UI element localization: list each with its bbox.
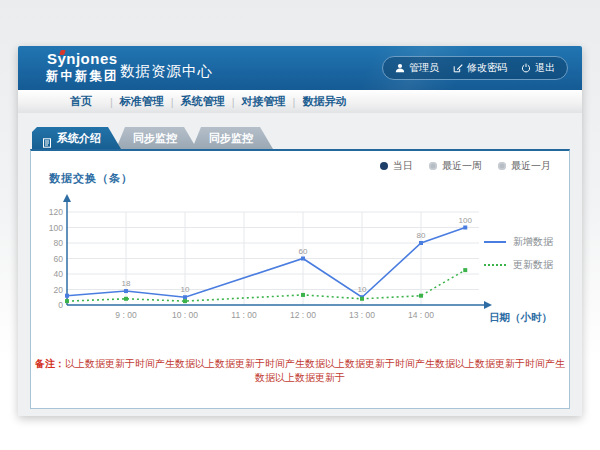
x-axis-title: 日期（小时） xyxy=(489,311,552,325)
user-toolbar: 管理员 修改密码 退出 xyxy=(382,56,568,80)
legend-updated-data: 更新数据 xyxy=(484,258,553,272)
content-area: 系统介绍 同步监控 同步监控 当日 最近一周 最近一月 数据交 xyxy=(18,113,582,416)
nav-item-home[interactable]: 首页 xyxy=(52,94,110,109)
user-icon xyxy=(395,63,405,73)
radio-last-week[interactable]: 最近一周 xyxy=(429,159,482,173)
svg-text:13 : 00: 13 : 00 xyxy=(349,310,375,320)
svg-text:14 : 00: 14 : 00 xyxy=(408,310,434,320)
legend-solid-line-icon xyxy=(484,241,506,243)
svg-text:10 : 00: 10 : 00 xyxy=(172,310,198,320)
nav-item-standard-mgmt[interactable]: 标准管理 xyxy=(113,94,171,109)
svg-text:20: 20 xyxy=(54,285,64,295)
svg-text:60: 60 xyxy=(54,254,64,264)
footnote-label: 备注： xyxy=(35,358,65,369)
tab-system-intro[interactable]: 系统介绍 xyxy=(32,127,121,149)
radio-selected-icon xyxy=(380,162,388,170)
svg-text:60: 60 xyxy=(299,247,308,256)
admin-user-button[interactable]: 管理员 xyxy=(395,61,439,75)
power-icon xyxy=(521,63,531,73)
svg-text:18: 18 xyxy=(122,279,131,288)
chart-wrap: 0204060801001209 : 0010 : 0011 : 0012 : … xyxy=(39,189,499,339)
nav-item-data-change[interactable]: 数据异动 xyxy=(295,94,353,109)
legend-new-data: 新增数据 xyxy=(484,235,553,249)
page-title: 数据资源中心 xyxy=(120,62,213,81)
radio-today[interactable]: 当日 xyxy=(380,159,413,173)
document-icon xyxy=(42,133,52,143)
radio-last-month[interactable]: 最近一月 xyxy=(498,159,551,173)
tab-bar: 系统介绍 同步监控 同步监控 xyxy=(32,127,273,149)
svg-text:9 : 00: 9 : 00 xyxy=(115,310,137,320)
svg-text:40: 40 xyxy=(54,269,64,279)
app-header: Synjones 新中新集团 数据资源中心 管理员 修改密码 xyxy=(18,46,582,90)
logo-text: Synjones xyxy=(46,51,119,68)
svg-text:10: 10 xyxy=(181,285,190,294)
main-nav: 首页 | 标准管理 | 系统管理 | 对接管理 | 数据异动 xyxy=(18,90,582,114)
svg-text:80: 80 xyxy=(54,238,64,248)
svg-text:12 : 00: 12 : 00 xyxy=(290,310,316,320)
app-window: Synjones 新中新集团 数据资源中心 管理员 修改密码 xyxy=(18,46,582,416)
nav-item-interface-mgmt[interactable]: 对接管理 xyxy=(235,94,293,109)
footnote: 备注：以上数据更新于时间产生数据以上数据更新于时间产生数据以上数据更新于时间产生… xyxy=(31,357,569,385)
tab-sync-monitor-2[interactable]: 同步监控 xyxy=(183,127,273,149)
logo-subtext: 新中新集团 xyxy=(46,70,119,84)
chart-panel: 当日 最近一周 最近一月 数据交换（条） 0204060801001209 : … xyxy=(30,149,570,409)
svg-text:0: 0 xyxy=(58,300,63,310)
svg-text:120: 120 xyxy=(49,207,63,217)
line-chart: 0204060801001209 : 0010 : 0011 : 0012 : … xyxy=(39,189,499,339)
tab-sync-monitor-1[interactable]: 同步监控 xyxy=(107,127,197,149)
svg-text:10: 10 xyxy=(358,285,367,294)
legend-dotted-line-icon xyxy=(484,264,506,266)
time-range-radios: 当日 最近一周 最近一月 xyxy=(380,159,551,173)
svg-text:100: 100 xyxy=(459,216,473,225)
edit-icon xyxy=(453,63,463,73)
chart-legend: 新增数据 更新数据 xyxy=(484,235,553,272)
svg-text:100: 100 xyxy=(49,223,63,233)
logout-button[interactable]: 退出 xyxy=(521,61,555,75)
svg-text:11 : 00: 11 : 00 xyxy=(231,310,257,320)
svg-text:80: 80 xyxy=(417,231,426,240)
radio-unselected-icon xyxy=(429,162,437,170)
change-password-button[interactable]: 修改密码 xyxy=(453,61,507,75)
y-axis-title: 数据交换（条） xyxy=(49,171,133,186)
company-logo: Synjones 新中新集团 xyxy=(46,51,119,83)
radio-unselected-icon xyxy=(498,162,506,170)
nav-item-system-mgmt[interactable]: 系统管理 xyxy=(174,94,232,109)
